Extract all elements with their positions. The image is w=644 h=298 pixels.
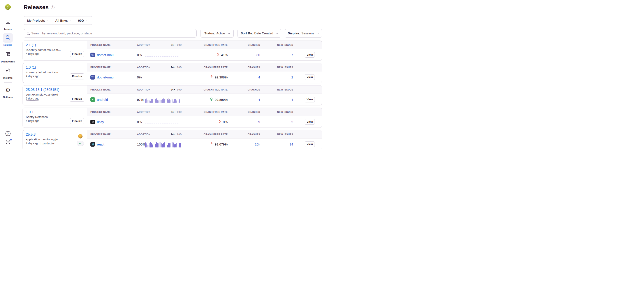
range-90d-toggle[interactable]: 90D — [177, 66, 182, 69]
adoption-chart[interactable] — [145, 74, 182, 80]
sentry-logo[interactable] — [3, 3, 12, 12]
finalize-button[interactable]: Finalize — [70, 51, 84, 57]
android-platform-icon — [90, 97, 95, 102]
range-90d-toggle[interactable]: 90D — [177, 133, 182, 136]
adoption-bar — [166, 100, 166, 103]
meta-separator: | — [40, 142, 41, 145]
sidebar-item-issues[interactable]: Issues — [3, 17, 13, 31]
project-filter-value: My Projects — [27, 19, 45, 22]
project-link[interactable]: android — [97, 98, 108, 101]
adoption-bar — [164, 99, 165, 103]
crash-free-status-icon-slot — [216, 53, 220, 57]
view-button[interactable]: View — [305, 97, 315, 102]
crashes-count[interactable]: 9 — [229, 120, 261, 124]
unity-platform-icon — [90, 120, 95, 124]
adoption-bar — [157, 100, 158, 103]
sidebar-item-insights[interactable]: Insights — [3, 66, 13, 79]
chevron-down-icon — [276, 32, 278, 34]
crashes-count[interactable]: 4 — [229, 98, 261, 101]
new-issues-count[interactable]: 34 — [261, 142, 294, 146]
finalize-button[interactable]: Finalize — [70, 118, 84, 124]
project-link[interactable]: dotnet-maui — [97, 75, 114, 79]
platform-icon-slot — [90, 142, 95, 147]
adoption-bar — [180, 143, 181, 147]
adoption-chart[interactable] — [145, 52, 182, 58]
crash-free-value: 41% — [221, 53, 228, 57]
view-button[interactable]: View — [305, 52, 315, 58]
finalize-button[interactable]: Finalize — [70, 73, 84, 79]
chart-range-header: 24H90D — [151, 133, 182, 136]
adoption-chart[interactable] — [145, 119, 182, 125]
adoption-bar — [160, 100, 160, 103]
date-range-dropdown[interactable]: 90D — [75, 17, 91, 25]
crash-free-status-icon-slot — [210, 75, 213, 79]
crashes-count[interactable]: 20k — [229, 142, 261, 146]
new-issues-count[interactable]: 2 — [261, 120, 294, 124]
range-90d-toggle[interactable]: 90D — [177, 44, 182, 46]
sidebar-item-explore[interactable]: Explore — [3, 33, 13, 46]
status-dropdown[interactable]: Status: Active — [200, 29, 234, 38]
crash-free-rate-header: CRASH FREE RATE — [182, 44, 229, 46]
display-dropdown[interactable]: Display: Sessions — [285, 29, 322, 38]
release-version-link[interactable]: 1.0.1 — [26, 110, 34, 114]
release-search-box[interactable] — [24, 29, 196, 38]
sidebar-item-settings[interactable]: ⚙ Settings — [3, 85, 13, 98]
release-version-link[interactable]: 2.1 (1) — [26, 43, 36, 47]
view-button[interactable]: View — [305, 141, 315, 147]
range-24h-toggle[interactable]: 24H — [171, 111, 175, 113]
crashes-count[interactable]: 4 — [229, 75, 261, 79]
search-input[interactable] — [31, 32, 194, 35]
release-health-table: PROJECT NAME ADOPTION 24H90D CRASH FREE … — [87, 108, 322, 128]
release-version-link[interactable]: 1.0 (1) — [26, 66, 36, 70]
new-issues-count[interactable]: 2 — [261, 75, 294, 79]
project-link[interactable]: react — [97, 142, 104, 146]
adoption-bar — [160, 142, 160, 147]
view-button[interactable]: View — [305, 74, 315, 80]
page-help-icon[interactable]: ? — [51, 6, 54, 9]
release-health-table: PROJECT NAME ADOPTION 24H90D CRASH FREE … — [87, 130, 322, 149]
fire-icon — [216, 53, 220, 56]
adoption-bar — [161, 100, 162, 103]
adoption-chart[interactable] — [145, 141, 182, 147]
adoption-chart[interactable] — [145, 96, 182, 103]
adoption-bar — [179, 143, 180, 147]
range-24h-toggle[interactable]: 24H — [171, 66, 175, 69]
adoption-bar — [162, 99, 163, 103]
dashboards-icon — [5, 52, 10, 58]
adoption-bar — [145, 99, 146, 103]
project-link[interactable]: unity — [97, 120, 104, 124]
release-version-link[interactable]: 25.05.15.1 (2505151) — [26, 88, 59, 92]
release-version-link[interactable]: 25.5.3 — [26, 133, 36, 137]
view-button[interactable]: View — [305, 119, 315, 125]
range-24h-toggle[interactable]: 24H — [171, 133, 175, 136]
chart-range-header: 24H90D — [151, 88, 182, 91]
range-24h-toggle[interactable]: 24H — [171, 88, 175, 91]
crashes-count[interactable]: 30 — [229, 53, 261, 57]
project-link[interactable]: dotnet-maui — [97, 53, 114, 57]
issues-icon — [5, 19, 11, 26]
new-issues-count[interactable]: 7 — [261, 53, 294, 57]
environment-filter-dropdown[interactable]: All Envs — [52, 17, 74, 25]
adoption-bar — [156, 98, 157, 103]
adoption-bar — [170, 143, 172, 147]
release-info-panel: 2.1 (1) io.sentry.dotnet.maui.em… 4 days… — [23, 41, 87, 61]
adoption-bar — [145, 142, 146, 147]
sidebar-item-dashboards[interactable]: Dashboards — [1, 50, 15, 63]
range-90d-toggle[interactable]: 90D — [177, 111, 182, 113]
sort-by-dropdown[interactable]: Sort By: Date Created — [238, 29, 281, 38]
range-90d-toggle[interactable]: 90D — [177, 88, 182, 91]
sidebar-item-label: Issues — [4, 28, 12, 31]
help-icon[interactable]: ? — [6, 131, 10, 136]
range-24h-toggle[interactable]: 24H — [171, 44, 175, 46]
adoption-bar — [151, 99, 152, 103]
adoption-header: ADOPTION — [137, 111, 151, 113]
whats-new-button[interactable] — [5, 139, 11, 146]
adoption-header: ADOPTION — [137, 88, 151, 91]
project-filter-dropdown[interactable]: My Projects — [24, 17, 52, 25]
project-name-header: PROJECT NAME — [87, 44, 137, 46]
release-package-name: com.example.vu.android — [26, 93, 71, 96]
new-issues-count[interactable]: 4 — [261, 98, 294, 101]
project-name-header: PROJECT NAME — [87, 66, 137, 69]
finalize-button[interactable]: Finalize — [70, 96, 84, 102]
release-card: 25.05.15.1 (2505151) com.example.vu.andr… — [22, 85, 322, 105]
